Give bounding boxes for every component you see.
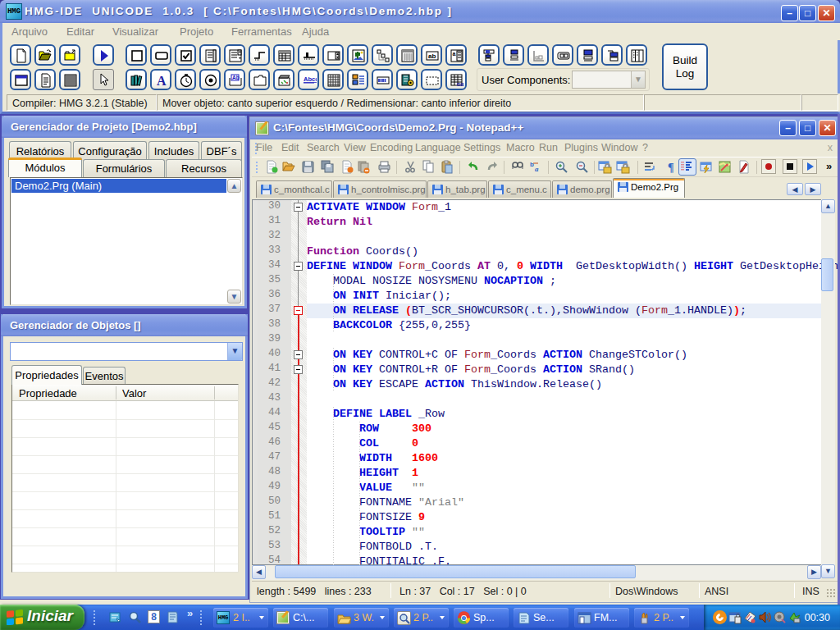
svg-text:a: a <box>535 165 539 173</box>
svg-text:DB: DB <box>457 82 464 87</box>
svg-text:¶: ¶ <box>668 162 674 174</box>
svg-text:Abcd: Abcd <box>304 75 317 83</box>
svg-text:A: A <box>157 74 167 88</box>
svg-text:a: a <box>453 51 456 57</box>
svg-text:b: b <box>530 161 534 168</box>
svg-text:Ab: Ab <box>232 75 240 80</box>
svg-text:ab: ab <box>428 52 436 60</box>
